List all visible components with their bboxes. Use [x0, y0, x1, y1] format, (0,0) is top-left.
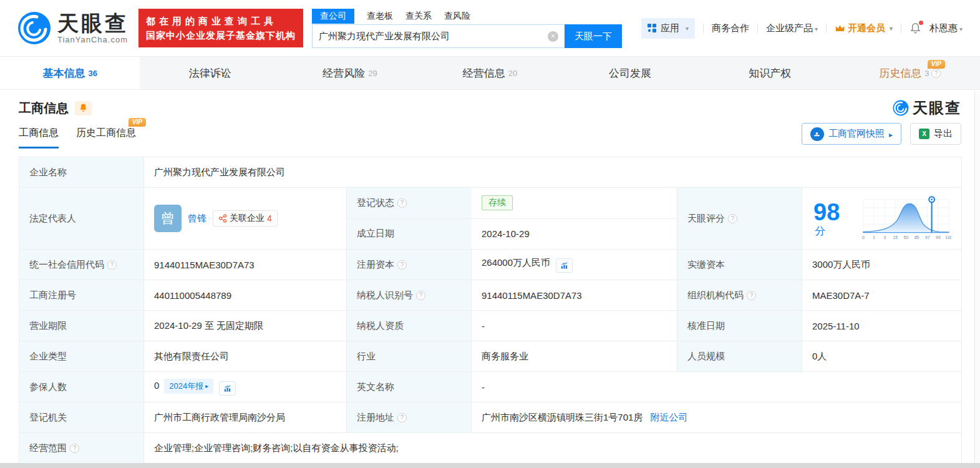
legal-rep-link[interactable]: 曾锋 [188, 213, 206, 225]
field-label: 工商注册号 [19, 280, 144, 311]
credit-code-label: 统一社会信用代码 [29, 259, 104, 270]
tab-label: 历史信息 [879, 66, 921, 80]
username: 朴恩惠 [929, 22, 958, 33]
tab-legal-proceedings[interactable]: 法律诉讼 [140, 57, 279, 89]
chart-icon [560, 261, 568, 270]
taxpayer-id-value: 91440115MAE30D7A73 [472, 280, 677, 311]
tianyancha-logo[interactable]: 天眼查 TianYanCha.com [17, 11, 129, 45]
export-button[interactable]: X 导出 [910, 123, 961, 145]
section-actions: 工商官网快照 X 导出 [802, 123, 961, 149]
clear-icon[interactable]: × [548, 31, 558, 42]
promo-line2: 国家中小企业发展子基金旗下机构 [146, 28, 296, 42]
table-row: 经营范围 企业管理;企业管理咨询;财务咨询;以自有资金从事投资活动; [19, 433, 962, 464]
subscribe-bell-button[interactable] [75, 101, 92, 115]
table-row: 参保人数 02024年报 英文名称 - [19, 372, 962, 402]
business-info-table: 企业名称 广州聚力现代产业发展有限公司 法定代表人 曾 曾锋 关联 [19, 157, 962, 464]
tab-basic-info[interactable]: 基本信息 36 [0, 57, 140, 89]
field-label: 成立日期 [347, 218, 472, 249]
tab-label: 经营信息 [463, 66, 505, 80]
field-label: 企业名称 [19, 157, 144, 188]
help-icon[interactable] [107, 260, 117, 270]
tab-history-info[interactable]: VIP 历史信息 3 [840, 57, 980, 89]
tab-operating-info[interactable]: 经营信息 20 [420, 57, 560, 89]
company-section-tabs: 基本信息 36 法律诉讼 经营风险 29 经营信息 20 公司发展 知识产权 V… [0, 56, 980, 90]
business-info-section: 工商信息 天眼查 工商信息 VIP 历史工商信息 [0, 90, 980, 464]
tab-count: 3 [924, 69, 929, 78]
bottom-divider [0, 463, 980, 468]
score-cell: 98分 [812, 193, 951, 244]
paid-capital-value: 3000万人民币 [802, 250, 962, 280]
user-menu[interactable]: 朴恩惠 [929, 22, 963, 34]
tab-intellectual-property[interactable]: 知识产权 [700, 57, 840, 89]
field-label: 天眼评分 [677, 188, 802, 250]
legal-rep-cell: 曾 曾锋 关联企业 4 [154, 205, 336, 232]
reg-capital-label: 注册资本 [357, 259, 394, 270]
sub-tab-row: 工商信息 VIP 历史工商信息 工商官网快照 X 导出 [19, 123, 961, 149]
search-input[interactable] [312, 24, 565, 48]
annual-report-badge[interactable]: 2024年报 [164, 379, 213, 394]
search-tab-company[interactable]: 查公司 [312, 9, 354, 24]
chevron-down-icon [686, 25, 689, 32]
credit-code-value: 91440115MAE30D7A73 [144, 250, 347, 280]
tab-label: 法律诉讼 [189, 66, 231, 80]
taxpayer-quality-value: - [472, 311, 677, 341]
company-type-value: 其他有限责任公司 [144, 341, 347, 372]
insured-trend-button[interactable] [219, 381, 236, 396]
svg-text:99: 99 [936, 235, 941, 240]
svg-text:3: 3 [883, 235, 886, 240]
table-row: 企业名称 广州聚力现代产业发展有限公司 [19, 157, 962, 188]
field-label: 行业 [347, 341, 472, 372]
help-icon[interactable] [416, 291, 425, 300]
apps-menu[interactable]: 应用 [641, 18, 695, 39]
nav-enterprise-products-label: 企业级产品 [766, 22, 813, 33]
field-label: 核准日期 [677, 311, 802, 341]
tab-count: 20 [508, 69, 517, 78]
search-tab-risk[interactable]: 查风险 [444, 9, 470, 24]
notifications-bell[interactable] [910, 22, 921, 34]
help-icon[interactable] [397, 260, 407, 270]
svg-text:15: 15 [893, 235, 898, 240]
help-icon[interactable] [70, 444, 79, 453]
insured-count-value: 0 [154, 380, 159, 391]
related-companies-button[interactable]: 关联企业 4 [213, 210, 278, 227]
search-tab-relation[interactable]: 查关系 [405, 9, 432, 24]
section-header: 工商信息 天眼查 [19, 98, 961, 118]
help-icon[interactable] [747, 291, 756, 300]
official-snapshot-button[interactable]: 工商官网快照 [802, 123, 901, 145]
svg-text:0: 0 [862, 235, 865, 240]
org-code-value: MAE30D7A-7 [802, 280, 962, 311]
help-icon[interactable] [728, 214, 737, 223]
tab-operating-risk[interactable]: 经营风险 29 [280, 57, 420, 89]
help-icon[interactable] [397, 413, 407, 422]
avatar[interactable]: 曾 [154, 205, 182, 232]
open-vip-button[interactable]: 开通会员 [835, 22, 893, 34]
svg-text:1: 1 [873, 235, 875, 240]
score-distribution-chart[interactable]: 0 1 3 15 50 85 97 99 100 [858, 194, 951, 244]
field-label: 纳税人识别号 [347, 280, 472, 311]
export-label: 导出 [934, 128, 953, 140]
bell-icon [79, 103, 88, 112]
reg-capital-value: 264000万人民币 [482, 257, 550, 268]
capital-trend-button[interactable] [556, 258, 573, 273]
tab-label: 经营风险 [323, 66, 365, 80]
scrollbar[interactable] [974, 91, 980, 463]
arrow-right-icon [889, 129, 893, 139]
business-scope-label: 经营范围 [29, 442, 67, 453]
svg-text:85: 85 [915, 235, 919, 240]
nearby-companies-link[interactable]: 附近公司 [651, 412, 688, 422]
search-button[interactable]: 天眼一下 [565, 24, 622, 48]
reg-address-value: 广州市南沙区横沥镇明珠三街1号701房 [482, 412, 643, 422]
tianyancha-logo-icon [17, 11, 51, 45]
nav-business-cooperation[interactable]: 商务合作 [712, 22, 749, 34]
company-name-value: 广州聚力现代产业发展有限公司 [144, 157, 962, 188]
search-tab-boss[interactable]: 查老板 [367, 9, 393, 24]
help-icon[interactable] [931, 69, 941, 78]
subtab-history-business-info[interactable]: VIP 历史工商信息 [76, 127, 136, 149]
help-icon[interactable] [397, 198, 407, 208]
nav-enterprise-products[interactable]: 企业级产品 [766, 22, 818, 34]
tab-label: 知识产权 [749, 66, 791, 80]
watermark-text: 天眼查 [913, 98, 961, 118]
logo-subtitle: TianYanCha.com [57, 35, 129, 44]
tab-company-development[interactable]: 公司发展 [560, 57, 700, 89]
subtab-business-info[interactable]: 工商信息 [19, 127, 59, 149]
